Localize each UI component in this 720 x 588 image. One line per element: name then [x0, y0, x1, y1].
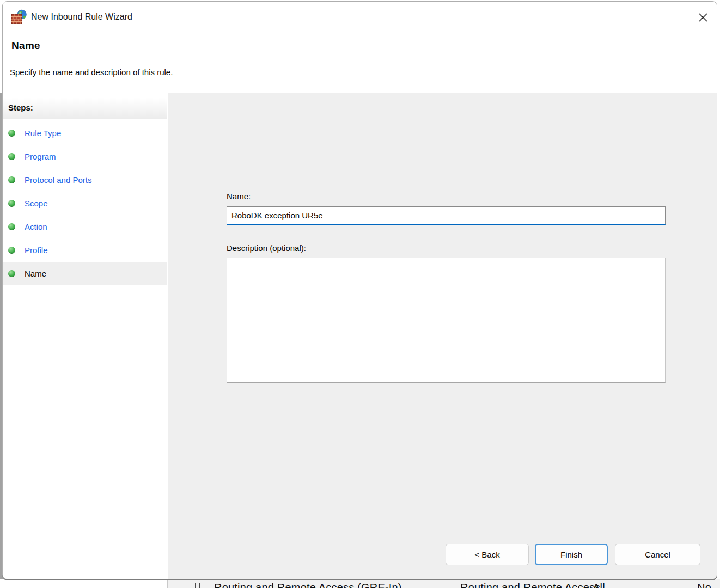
close-icon — [698, 13, 708, 24]
name-label: Name: — [227, 192, 251, 201]
sidebar-item-protocol-and-ports[interactable]: Protocol and Ports — [3, 168, 167, 192]
sidebar-item-name[interactable]: Name — [3, 262, 167, 285]
clipped-ui-fragment — [199, 583, 200, 588]
firewall-icon — [10, 9, 28, 26]
background-window-bottom-row: Routing and Remote Access (GRE-In)Routin… — [0, 579, 720, 588]
background-rule-text: All — [593, 581, 605, 588]
window-title: New Inbound Rule Wizard — [31, 12, 132, 22]
title-bar: New Inbound Rule Wizard — [3, 2, 717, 33]
sidebar-item-scope[interactable]: Scope — [3, 192, 167, 215]
clipped-ui-fragment — [195, 583, 196, 588]
name-input-value: RoboDK exception UR5e — [231, 211, 323, 220]
page-subtitle: Specify the name and description of this… — [10, 68, 173, 77]
background-rule-text: Routing and Remote Access (GRE-In) — [214, 581, 402, 588]
step-label: Program — [25, 152, 56, 161]
new-inbound-rule-wizard-dialog: New Inbound Rule Wizard Name Specify the… — [2, 1, 717, 579]
sidebar-item-action[interactable]: Action — [3, 215, 167, 238]
step-label: Name — [25, 269, 46, 278]
background-rule-text: Routing and Remote Access — [460, 581, 600, 588]
step-status-icon — [8, 270, 15, 277]
step-label: Action — [25, 222, 47, 231]
steps-list: Rule Type Program Protocol and Ports Sco… — [3, 121, 167, 285]
back-button[interactable]: < Back — [446, 544, 529, 565]
background-rule-text: No — [697, 581, 711, 588]
screen: Routing and Remote Access (GRE-In)Routin… — [0, 0, 720, 588]
description-label: Description (optional): — [227, 243, 306, 253]
finish-button[interactable]: Finish — [535, 544, 608, 565]
step-status-icon — [8, 247, 15, 254]
sidebar-item-rule-type[interactable]: Rule Type — [3, 121, 167, 145]
sidebar-item-profile[interactable]: Profile — [3, 238, 167, 262]
text-caret — [324, 210, 324, 221]
steps-sidebar: Steps: Rule Type Program Protocol and Po… — [3, 93, 167, 579]
description-input[interactable] — [227, 258, 666, 383]
step-status-icon — [8, 130, 15, 137]
close-button[interactable] — [692, 7, 714, 29]
steps-header: Steps: — [3, 97, 167, 119]
name-input[interactable]: RoboDK exception UR5e — [227, 206, 666, 225]
step-status-icon — [8, 153, 15, 160]
step-status-icon — [8, 223, 15, 230]
cancel-button[interactable]: Cancel — [615, 544, 700, 565]
content-pane: Name: RoboDK exception UR5e Description … — [168, 93, 717, 579]
step-label: Scope — [25, 199, 48, 208]
sidebar-item-program[interactable]: Program — [3, 145, 167, 168]
step-status-icon — [8, 176, 15, 183]
wizard-header: New Inbound Rule Wizard Name Specify the… — [3, 2, 717, 93]
step-status-icon — [8, 200, 15, 207]
step-label: Rule Type — [25, 128, 61, 138]
step-label: Profile — [25, 246, 48, 255]
step-label: Protocol and Ports — [25, 175, 91, 185]
page-title: Name — [11, 40, 40, 52]
background-column-divider — [167, 579, 168, 588]
